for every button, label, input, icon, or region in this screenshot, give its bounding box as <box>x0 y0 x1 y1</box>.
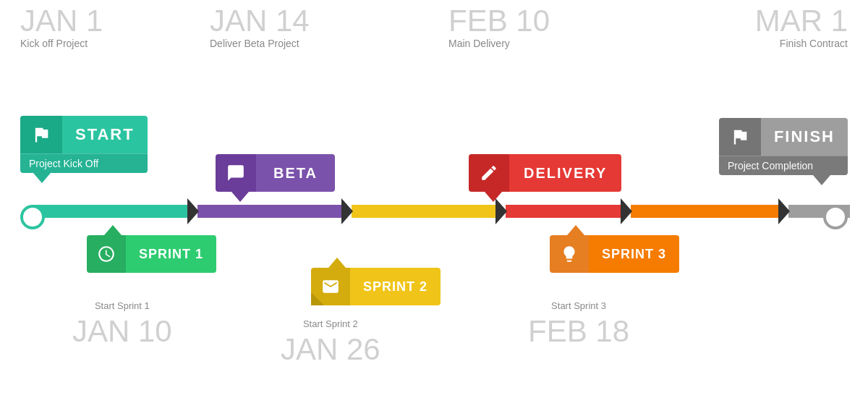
date-jan10-sub: Start Sprint 1 <box>72 300 172 311</box>
clock-icon <box>97 245 116 263</box>
finish-text: FINISH <box>774 127 835 146</box>
date-mar1: MAR 1 Finish Contract <box>755 6 848 49</box>
sprint1-pointer <box>104 225 122 235</box>
start-bubble: START Project Kick Off <box>20 116 148 173</box>
date-jan26: Start Sprint 2 JAN 26 <box>281 318 380 367</box>
timeline-container: JAN 1 Kick off Project JAN 14 Deliver Be… <box>0 0 868 419</box>
lightbulb-icon <box>560 245 579 263</box>
sprint3-pointer <box>567 225 584 235</box>
start-text: START <box>75 125 135 144</box>
delivery-pointer <box>485 192 502 202</box>
date-jan10-big: JAN 10 <box>72 314 172 349</box>
sprint3-icon <box>550 235 589 273</box>
start-icon <box>20 116 62 153</box>
finish-icon <box>719 118 761 156</box>
date-mar1-sub: Finish Contract <box>755 38 848 49</box>
sprint3-bubble: SPRINT 3 <box>550 235 679 273</box>
finish-label: FINISH <box>761 118 848 156</box>
date-feb10-big: FEB 10 <box>448 6 550 36</box>
beta-icon <box>216 154 256 192</box>
sprint2-label: SPRINT 2 <box>350 268 441 305</box>
date-jan14-big: JAN 14 <box>210 6 310 36</box>
flag-icon <box>31 124 51 145</box>
tri-1 <box>187 198 199 224</box>
date-jan1: JAN 1 Kick off Project <box>20 6 103 49</box>
start-label: START <box>62 116 148 153</box>
sprint1-icon <box>87 235 126 273</box>
finish-subtitle: Project Completion <box>719 156 848 175</box>
date-mar1-big: MAR 1 <box>755 6 848 36</box>
beta-pointer <box>231 192 249 202</box>
delivery-text: DELIVERY <box>524 165 607 182</box>
delivery-label: DELIVERY <box>509 154 621 192</box>
beta-text: BETA <box>273 165 318 182</box>
sprint1-bubble: SPRINT 1 <box>87 235 216 273</box>
pencil-icon <box>480 164 498 182</box>
date-jan26-sub: Start Sprint 2 <box>281 318 380 329</box>
finish-flag-icon <box>730 127 750 147</box>
date-jan26-big: JAN 26 <box>281 332 380 367</box>
finish-pointer <box>813 175 830 185</box>
sprint2-pointer <box>328 258 346 268</box>
delivery-icon <box>469 154 509 192</box>
seg-green <box>33 205 188 218</box>
delivery-bubble: DELIVERY <box>469 154 621 192</box>
circle-end <box>823 205 848 229</box>
seg-orange <box>631 205 779 218</box>
tri-3 <box>495 198 507 224</box>
date-jan14-sub: Deliver Beta Project <box>210 38 310 49</box>
sprint2-fold <box>311 292 324 305</box>
tri-5 <box>778 198 790 224</box>
date-feb10: FEB 10 Main Delivery <box>448 6 550 49</box>
date-feb18-big: FEB 18 <box>528 314 629 349</box>
beta-label: BETA <box>256 154 335 192</box>
timeline-track <box>33 205 850 218</box>
sprint1-text: SPRINT 1 <box>139 247 203 262</box>
seg-yellow <box>352 205 496 218</box>
start-subtitle: Project Kick Off <box>20 153 148 173</box>
chat-icon <box>226 164 245 182</box>
date-feb18: Start Sprint 3 FEB 18 <box>528 300 629 349</box>
date-jan10: Start Sprint 1 JAN 10 <box>72 300 172 349</box>
sprint3-text: SPRINT 3 <box>602 247 666 262</box>
date-feb10-sub: Main Delivery <box>448 38 550 49</box>
tri-4 <box>621 198 632 224</box>
sprint2-bubble: SPRINT 2 <box>311 268 441 305</box>
start-pointer <box>33 173 51 183</box>
date-jan14: JAN 14 Deliver Beta Project <box>210 6 310 49</box>
sprint1-label: SPRINT 1 <box>126 235 216 273</box>
sprint2-text: SPRINT 2 <box>363 279 427 295</box>
seg-purple <box>197 205 342 218</box>
circle-start <box>20 205 45 229</box>
tri-2 <box>341 198 353 224</box>
seg-red <box>506 205 621 218</box>
beta-bubble: BETA <box>216 154 335 192</box>
date-feb18-sub: Start Sprint 3 <box>528 300 629 311</box>
sprint3-label: SPRINT 3 <box>589 235 679 273</box>
date-jan1-sub: Kick off Project <box>20 38 103 49</box>
date-jan1-big: JAN 1 <box>20 6 103 36</box>
finish-bubble: FINISH Project Completion <box>719 118 848 175</box>
